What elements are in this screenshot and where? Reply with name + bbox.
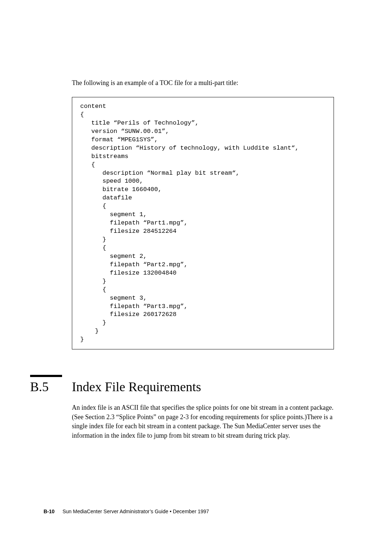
code-example: content { title “Perils of Technology”, … <box>80 102 326 344</box>
intro-text: The following is an example of a TOC fil… <box>72 79 348 87</box>
section-heading: B.5 Index File Requirements <box>30 379 348 394</box>
page-number: B-10 <box>44 509 54 514</box>
section-rule <box>30 375 62 377</box>
section-body: An index file is an ASCII file that spec… <box>72 403 340 440</box>
code-example-box: content { title “Perils of Technology”, … <box>72 97 334 349</box>
section-title: Index File Requirements <box>72 379 201 394</box>
footer-text: Sun MediaCenter Server Administrator’s G… <box>62 509 209 514</box>
page-footer: B-10 Sun MediaCenter Server Administrato… <box>44 509 209 514</box>
section-number: B.5 <box>30 379 72 394</box>
